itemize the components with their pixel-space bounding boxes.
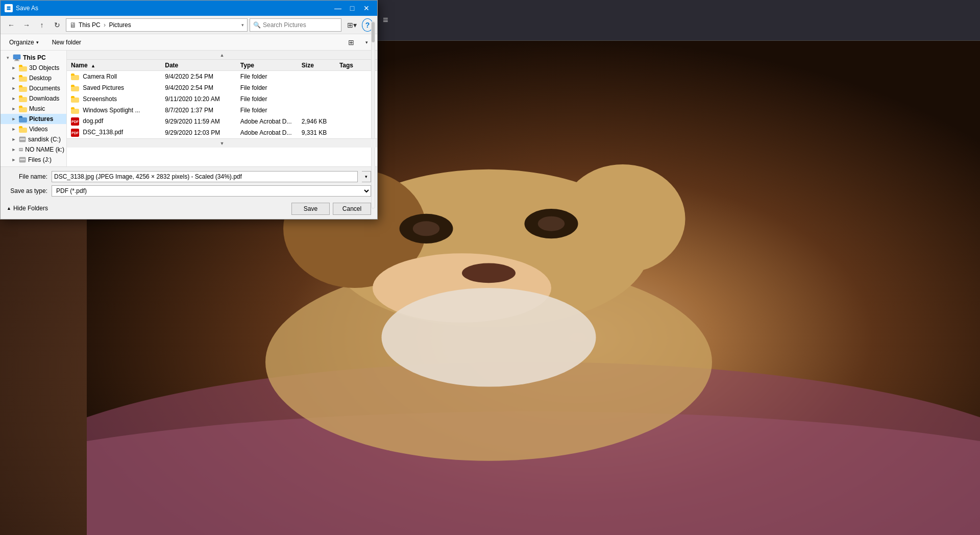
view-layout-button[interactable]: ⊞ <box>345 36 358 49</box>
filename-row: File name: ▾ <box>7 171 371 182</box>
sidebar-item-files-j[interactable]: ► Files (J:) <box>1 155 66 165</box>
window-controls: — □ ✕ <box>331 3 373 14</box>
table-row[interactable]: Camera Roll 9/4/2020 2:54 PM File folder <box>67 71 377 82</box>
svg-rect-17 <box>15 59 18 60</box>
drive-icon-files-j <box>19 157 26 163</box>
filename-dropdown[interactable]: ▾ <box>362 171 371 182</box>
cancel-button[interactable]: Cancel <box>333 203 371 215</box>
sidebar: ▾ This PC ► 3D Objects ► Desktop <box>1 51 67 166</box>
expand-arrow-desktop: ► <box>11 75 17 81</box>
refresh-button[interactable]: ↻ <box>51 18 64 32</box>
pc-icon <box>13 54 21 61</box>
file-name-saved-pictures: Saved Pictures <box>69 84 163 91</box>
hide-folders-label[interactable]: Hide Folders <box>13 205 48 212</box>
svg-rect-18 <box>14 60 19 61</box>
folder-icon-videos <box>19 126 27 133</box>
expand-arrow-sandisk: ► <box>11 136 17 142</box>
file-name-screenshots: Screenshots <box>69 95 163 103</box>
sidebar-item-this-pc[interactable]: ▾ This PC <box>1 53 66 63</box>
drive-icon-sandisk <box>19 136 26 142</box>
hide-folders-bar: ▲ Hide Folders <box>7 203 48 212</box>
filename-label: File name: <box>7 173 47 180</box>
browser-menu-icon[interactable]: ≡ <box>383 15 388 26</box>
main-area: ▾ This PC ► 3D Objects ► Desktop <box>1 51 377 166</box>
search-bar[interactable]: 🔍 <box>250 18 341 32</box>
expand-arrow-noname: ► <box>11 147 17 153</box>
folder-icon-desktop <box>19 75 27 82</box>
action-buttons: Save Cancel <box>291 203 371 215</box>
minimize-button[interactable]: — <box>331 3 345 14</box>
close-button[interactable]: ✕ <box>360 3 373 14</box>
dialog-titlebar: Save As — □ ✕ <box>1 1 377 16</box>
svg-rect-16 <box>13 55 20 59</box>
svg-point-13 <box>382 288 596 387</box>
col-header-name[interactable]: Name ▲ <box>69 62 163 69</box>
table-row[interactable]: Saved Pictures 9/4/2020 2:54 PM File fol… <box>67 82 377 93</box>
sidebar-item-3d-objects[interactable]: ► 3D Objects <box>1 63 66 73</box>
organize-button[interactable]: Organize ▾ <box>5 36 43 48</box>
save-button[interactable]: Save <box>291 203 330 215</box>
maximize-button[interactable]: □ <box>346 3 359 14</box>
file-name-dsc-pdf: PDF DSC_3138.pdf <box>69 129 163 137</box>
file-size-dsc-pdf: 9,331 KB <box>300 129 337 136</box>
bottom-controls: ▲ Hide Folders Save Cancel <box>7 200 371 215</box>
sidebar-item-documents[interactable]: ► Documents <box>1 83 66 93</box>
up-button[interactable]: ↑ <box>35 18 48 32</box>
pdf-icon-dsc: PDF <box>71 129 79 137</box>
sidebar-item-noname[interactable]: ► NO NAME (k:) <box>1 144 66 155</box>
nav-toolbar: ← → ↑ ↻ 🖥 This PC › Pictures ▾ 🔍 ⊞▾ ? <box>1 16 377 34</box>
folder-icon-saved-pictures <box>71 85 79 91</box>
toolbar-right: ⊞ ▾ <box>345 36 373 49</box>
address-bar[interactable]: 🖥 This PC › Pictures ▾ <box>66 18 248 32</box>
folder-icon-downloads <box>19 95 27 102</box>
folder-icon-3d <box>19 65 27 71</box>
col-header-tags[interactable]: Tags <box>337 62 375 69</box>
file-name-dog-pdf: PDF dog.pdf <box>69 117 163 126</box>
file-type-saved-pictures: File folder <box>238 84 300 91</box>
view-button[interactable]: ⊞▾ <box>344 18 360 32</box>
sidebar-item-downloads[interactable]: ► Downloads <box>1 93 66 104</box>
sidebar-item-desktop[interactable]: ► Desktop <box>1 73 66 83</box>
sidebar-item-pictures[interactable]: ► Pictures <box>1 114 66 124</box>
scroll-up-indicator[interactable]: ▲ <box>67 51 377 60</box>
svg-point-10 <box>413 221 440 236</box>
back-button[interactable]: ← <box>5 18 18 32</box>
file-date-camera-roll: 9/4/2020 2:54 PM <box>163 73 238 80</box>
expand-arrow-pictures: ► <box>11 116 17 122</box>
svg-rect-20 <box>20 138 25 140</box>
file-list: ▲ Name ▲ Date Type Size Tags <box>67 51 377 166</box>
scroll-down-arrow: ▼ <box>220 141 225 146</box>
file-type-camera-roll: File folder <box>238 73 300 80</box>
filename-input[interactable] <box>52 171 358 182</box>
dialog-title: Save As <box>16 5 331 12</box>
forward-button[interactable]: → <box>20 18 33 32</box>
table-row[interactable]: PDF dog.pdf 9/29/2020 11:59 AM Adobe Acr… <box>67 116 377 127</box>
file-name-windows-spotlight: Windows Spotlight ... <box>69 107 163 114</box>
scrollbar-track <box>371 51 375 166</box>
table-row[interactable]: Screenshots 9/11/2020 10:20 AM File fold… <box>67 93 377 105</box>
expand-arrow-this-pc: ▾ <box>5 55 11 61</box>
folder-icon-windows-spotlight <box>71 107 79 114</box>
col-header-type[interactable]: Type <box>238 62 300 69</box>
table-row[interactable]: PDF DSC_3138.pdf 9/29/2020 12:03 PM Adob… <box>67 127 377 138</box>
bottom-area: File name: ▾ Save as type: PDF (*.pdf) ▲… <box>1 166 377 219</box>
scroll-up-arrow: ▲ <box>220 53 225 58</box>
new-folder-button[interactable]: New folder <box>47 36 86 48</box>
savetype-select[interactable]: PDF (*.pdf) <box>52 185 371 197</box>
savetype-row: Save as type: PDF (*.pdf) <box>7 185 371 197</box>
col-header-date[interactable]: Date <box>163 62 238 69</box>
sidebar-item-videos[interactable]: ► Videos <box>1 124 66 134</box>
folder-icon-music <box>19 106 27 112</box>
savetype-label: Save as type: <box>7 187 47 194</box>
svg-rect-22 <box>19 149 22 150</box>
search-input[interactable] <box>263 21 339 29</box>
sidebar-item-music[interactable]: ► Music <box>1 104 66 114</box>
expand-arrow-files-j: ► <box>11 157 17 163</box>
pdf-icon-dog: PDF <box>71 117 79 126</box>
col-header-size[interactable]: Size <box>300 62 337 69</box>
address-dropdown-arrow[interactable]: ▾ <box>241 22 244 28</box>
scroll-down-indicator[interactable]: ▼ <box>67 138 377 148</box>
sidebar-item-sandisk[interactable]: ► sandisk (C:) <box>1 134 66 144</box>
address-text: This PC › Pictures <box>79 21 239 29</box>
table-row[interactable]: Windows Spotlight ... 8/7/2020 1:37 PM F… <box>67 105 377 116</box>
